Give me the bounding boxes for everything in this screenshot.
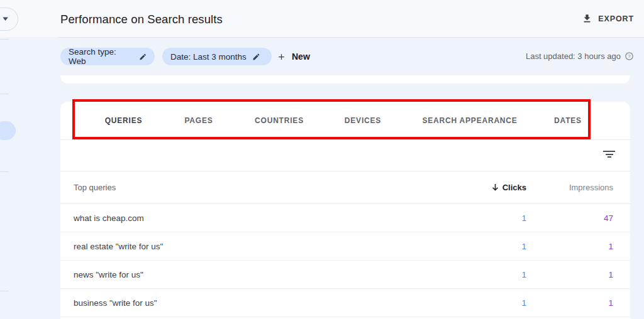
page-title: Performance on Search results xyxy=(60,13,223,26)
help-icon[interactable]: ? xyxy=(625,51,634,61)
tab-devices-label: DEVICES xyxy=(345,116,381,125)
last-updated-status: Last updated: 3 hours ago ? xyxy=(526,51,634,61)
impressions-cell: 47 xyxy=(526,214,613,223)
sidebar-selected-item-highlight[interactable] xyxy=(0,121,16,140)
chevron-down-icon xyxy=(3,17,9,21)
search-type-chip-label: Search type: Web xyxy=(69,47,133,66)
table-header-row: Top queries Clicks Impressions xyxy=(60,171,630,204)
export-button[interactable]: EXPORT xyxy=(582,13,634,24)
tab-countries-label: COUNTRIES xyxy=(255,116,304,125)
download-icon xyxy=(582,13,592,24)
sidebar-divider xyxy=(0,171,9,172)
export-label: EXPORT xyxy=(598,14,634,23)
impressions-cell: 1 xyxy=(526,242,613,251)
search-console-performance-page: Performance on Search results EXPORT Sea… xyxy=(0,0,644,319)
tab-countries[interactable]: COUNTRIES xyxy=(234,102,325,139)
plus-icon xyxy=(277,52,286,62)
clicks-cell: 1 xyxy=(464,270,526,279)
table-toolbar-row xyxy=(60,140,630,171)
tab-queries-label: QUERIES xyxy=(105,116,143,125)
svg-text:?: ? xyxy=(628,53,631,59)
query-cell: real estate "write for us" xyxy=(74,242,464,251)
tab-queries[interactable]: QUERIES xyxy=(84,102,164,139)
tab-pages[interactable]: PAGES xyxy=(164,102,234,139)
sidebar-divider xyxy=(0,94,9,94)
date-range-chip[interactable]: Date: Last 3 months xyxy=(162,48,272,65)
table-row[interactable]: real estate "write for us" 1 1 xyxy=(60,232,630,261)
query-cell: what is cheap.com xyxy=(74,214,464,223)
tab-search-appearance[interactable]: SEARCH APPEARANCE xyxy=(401,102,538,139)
column-header-top-queries[interactable]: Top queries xyxy=(74,183,464,192)
active-tab-underline xyxy=(84,138,164,139)
clicks-header-label: Clicks xyxy=(502,183,526,192)
tab-dates[interactable]: DATES xyxy=(538,102,597,139)
clicks-cell: 1 xyxy=(464,298,526,308)
clicks-cell: 1 xyxy=(464,242,526,251)
dimension-tabs: QUERIES PAGES COUNTRIES DEVICES SEARCH A… xyxy=(60,102,630,140)
search-type-chip[interactable]: Search type: Web xyxy=(60,48,155,65)
tab-dates-label: DATES xyxy=(554,116,582,125)
sort-descending-arrow-icon xyxy=(492,183,499,192)
chart-card-bottom-edge xyxy=(60,75,630,84)
sidebar-divider xyxy=(0,39,9,40)
header-divider xyxy=(58,37,644,38)
sidebar-divider xyxy=(0,291,9,291)
edit-pencil-icon xyxy=(139,53,147,61)
impressions-cell: 1 xyxy=(526,270,613,279)
edit-pencil-icon xyxy=(252,53,260,61)
performance-table-card: QUERIES PAGES COUNTRIES DEVICES SEARCH A… xyxy=(60,102,630,319)
column-header-clicks[interactable]: Clicks xyxy=(464,183,526,192)
tab-pages-label: PAGES xyxy=(184,116,213,125)
filter-rows-icon[interactable] xyxy=(603,151,615,159)
date-range-chip-label: Date: Last 3 months xyxy=(170,52,247,62)
query-cell: news "write for us" xyxy=(74,270,464,279)
tab-devices[interactable]: DEVICES xyxy=(325,102,401,139)
new-filter-label: New xyxy=(292,51,310,62)
clicks-cell: 1 xyxy=(464,214,526,223)
column-header-impressions[interactable]: Impressions xyxy=(526,183,613,192)
impressions-cell: 1 xyxy=(526,298,613,308)
new-filter-button[interactable]: New xyxy=(277,48,310,65)
query-cell: business "write for us" xyxy=(74,298,464,308)
tab-search-appearance-label: SEARCH APPEARANCE xyxy=(422,116,517,125)
table-row[interactable]: news "write for us" 1 1 xyxy=(60,261,630,289)
last-updated-text: Last updated: 3 hours ago xyxy=(526,51,621,61)
table-row[interactable]: what is cheap.com 1 47 xyxy=(60,204,630,232)
table-row[interactable]: business "write for us" 1 1 xyxy=(60,289,630,317)
